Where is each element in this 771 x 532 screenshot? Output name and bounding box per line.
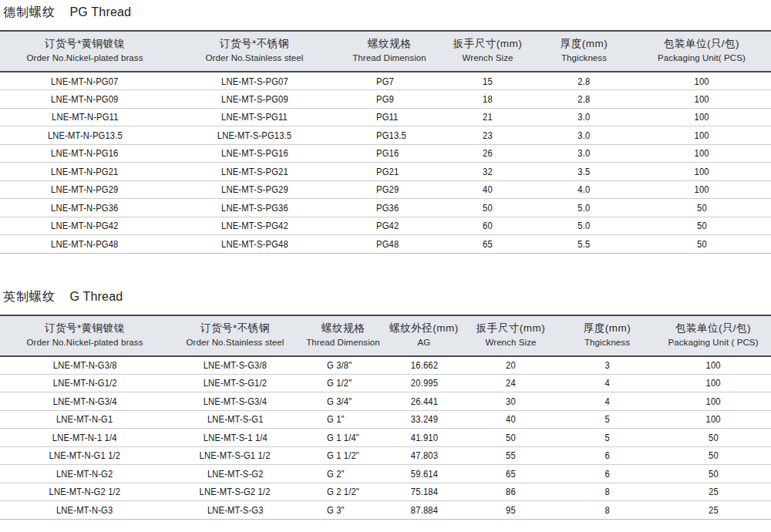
table-cell: 24 bbox=[463, 374, 559, 392]
cell-value: 86 bbox=[506, 486, 516, 497]
cell-value: 2.8 bbox=[577, 93, 590, 105]
table-cell: G 3/4" bbox=[301, 392, 386, 411]
table-cell: PG7 bbox=[339, 72, 439, 90]
table-cell: LNE-MT-S-G1/2 bbox=[170, 374, 301, 392]
cell-value: G 3/8" bbox=[327, 359, 352, 371]
table-cell: 3.5 bbox=[536, 163, 632, 181]
table-cell: 100 bbox=[632, 126, 771, 145]
table-cell: LNE-MT-N-PG09 bbox=[0, 90, 170, 109]
cell-value: LNE-MT-S-G2 1/2 bbox=[200, 486, 271, 497]
table-row: LNE-MT-N-G2 1/2LNE-MT-S-G2 1/2G 2 1/2"75… bbox=[0, 483, 771, 501]
cell-value: LNE-MT-S-PG09 bbox=[221, 93, 288, 105]
cell-value: LNE-MT-N-1 1/4 bbox=[52, 432, 117, 443]
cell-value: 20.995 bbox=[410, 377, 437, 389]
table-cell: LNE-MT-N-G2 bbox=[0, 465, 170, 483]
table-cell: PG11 bbox=[339, 108, 439, 126]
cell-value: 18 bbox=[483, 93, 493, 105]
column-header: 螺纹外径(mm)AG bbox=[386, 315, 463, 356]
table-cell: PG48 bbox=[339, 235, 439, 254]
table-cell: 50 bbox=[632, 235, 771, 254]
cell-value: PG7 bbox=[376, 76, 394, 87]
column-header: 订货号*不锈钢Order No.Stainless steel bbox=[170, 315, 301, 356]
cell-value: LNE-MT-S-PG07 bbox=[221, 76, 288, 87]
column-header-zh: 扳手尺寸(mm) bbox=[439, 38, 536, 50]
table-row: LNE-MT-N-PG11LNE-MT-S-PG11PG11213.0100 bbox=[0, 108, 771, 126]
column-header-en: Thread Dimension bbox=[301, 338, 386, 348]
column-header: 螺纹规格Thread Dimension bbox=[301, 315, 386, 356]
cell-value: LNE-MT-N-PG29 bbox=[51, 184, 118, 195]
cell-value: 100 bbox=[694, 93, 709, 105]
cell-value: G 1 1/4" bbox=[327, 432, 359, 443]
cell-value: PG29 bbox=[376, 184, 399, 195]
table-cell: 40 bbox=[463, 410, 559, 429]
table-cell: G 3" bbox=[301, 501, 386, 520]
cell-value: 50 bbox=[709, 432, 719, 443]
table-cell: 3.0 bbox=[536, 126, 632, 145]
cell-value: LNE-MT-S-PG21 bbox=[221, 166, 288, 177]
cell-value: 3.0 bbox=[577, 111, 590, 123]
table-cell: 2.8 bbox=[536, 90, 632, 109]
cell-value: 65 bbox=[483, 238, 493, 250]
cell-value: LNE-MT-N-PG42 bbox=[51, 220, 118, 231]
cell-value: LNE-MT-N-PG09 bbox=[51, 93, 118, 105]
cell-value: 3 bbox=[604, 359, 609, 371]
section-title-pg-thread: 德制螺纹 PG Thread bbox=[0, 0, 771, 30]
table-cell: 86 bbox=[463, 483, 559, 501]
column-header-zh: 螺纹规格 bbox=[301, 322, 386, 335]
cell-value: G 1" bbox=[327, 413, 345, 425]
column-header-zh: 订货号*不锈钢 bbox=[170, 38, 339, 50]
table-cell: 100 bbox=[632, 144, 771, 163]
table-cell: 50 bbox=[632, 199, 771, 217]
column-header-en: Wrench Size bbox=[439, 53, 536, 63]
cell-value: PG48 bbox=[376, 238, 399, 250]
table-cell: 100 bbox=[655, 410, 771, 429]
table-row: LNE-MT-N-G1 1/2LNE-MT-S-G1 1/2G 1 1/2"47… bbox=[0, 446, 771, 465]
table-cell: LNE-MT-N-PG21 bbox=[0, 163, 170, 181]
cell-value: LNE-MT-N-PG13.5 bbox=[47, 130, 122, 141]
table-cell: 2.8 bbox=[536, 72, 632, 90]
header-row: 订货号*黄铜镀镍Order No.Nickel-plated brass订货号*… bbox=[0, 315, 771, 356]
section-title-g-thread: 英制螺纹 G Thread bbox=[0, 285, 771, 315]
table-row: LNE-MT-N-PG13.5LNE-MT-S-PG13.5PG13.5233.… bbox=[0, 126, 771, 145]
table-cell: LNE-MT-N-PG29 bbox=[0, 180, 170, 199]
table-cell: 18 bbox=[439, 90, 536, 109]
table-cell: 32 bbox=[439, 163, 536, 181]
table-row: LNE-MT-N-PG21LNE-MT-S-PG21PG21323.5100 bbox=[0, 163, 771, 181]
table-cell: LNE-MT-S-PG16 bbox=[170, 144, 339, 163]
table-cell: LNE-MT-N-G1 1/2 bbox=[0, 446, 170, 465]
cell-value: LNE-MT-S-1 1/4 bbox=[203, 432, 267, 443]
table-row: LNE-MT-N-PG48LNE-MT-S-PG48PG48655.550 bbox=[0, 235, 771, 254]
cell-value: 5.0 bbox=[577, 202, 590, 214]
cell-value: 4.0 bbox=[577, 184, 590, 195]
cell-value: LNE-MT-N-G1/2 bbox=[52, 377, 116, 389]
table-cell: LNE-MT-N-G3/4 bbox=[0, 392, 170, 411]
cell-value: 4 bbox=[604, 396, 609, 407]
cell-value: 24 bbox=[506, 377, 516, 389]
table-row: LNE-MT-N-G3/4LNE-MT-S-G3/4G 3/4"26.44130… bbox=[0, 392, 771, 411]
cell-value: 50 bbox=[697, 238, 707, 250]
table-cell: LNE-MT-N-G1/2 bbox=[0, 374, 170, 392]
cell-value: 5.5 bbox=[577, 238, 590, 250]
table-cell: G 2 1/2" bbox=[301, 483, 386, 501]
table-cell: 20 bbox=[463, 356, 559, 375]
cell-value: G 2" bbox=[327, 468, 345, 480]
cell-value: LNE-MT-S-G3 bbox=[207, 504, 264, 516]
table-cell: LNE-MT-N-PG11 bbox=[0, 108, 170, 126]
column-header-zh: 厚度(mm) bbox=[559, 322, 655, 335]
table-cell: 6 bbox=[559, 446, 655, 465]
table-cell: LNE-MT-N-G3/8 bbox=[0, 356, 170, 375]
cell-value: 40 bbox=[506, 413, 516, 425]
cell-value: LNE-MT-N-G1 1/2 bbox=[49, 450, 121, 461]
column-header: 厚度(mm)Thgickness bbox=[559, 315, 655, 356]
table-cell: 16.662 bbox=[386, 356, 463, 375]
column-header-zh: 订货号*黄铜镀镍 bbox=[0, 38, 170, 50]
cell-value: G 1 1/2" bbox=[327, 450, 359, 461]
cell-value: LNE-MT-S-PG13.5 bbox=[217, 130, 291, 141]
cell-value: LNE-MT-S-G3/4 bbox=[204, 396, 267, 407]
table-cell: LNE-MT-S-PG13.5 bbox=[170, 126, 339, 145]
cell-value: 60 bbox=[483, 220, 493, 231]
cell-value: 55 bbox=[506, 450, 516, 461]
table-cell: 95 bbox=[463, 501, 559, 520]
table-cell: PG13.5 bbox=[339, 126, 439, 145]
column-header: 订货号*黄铜镀镍Order No.Nickel-plated brass bbox=[0, 31, 170, 72]
